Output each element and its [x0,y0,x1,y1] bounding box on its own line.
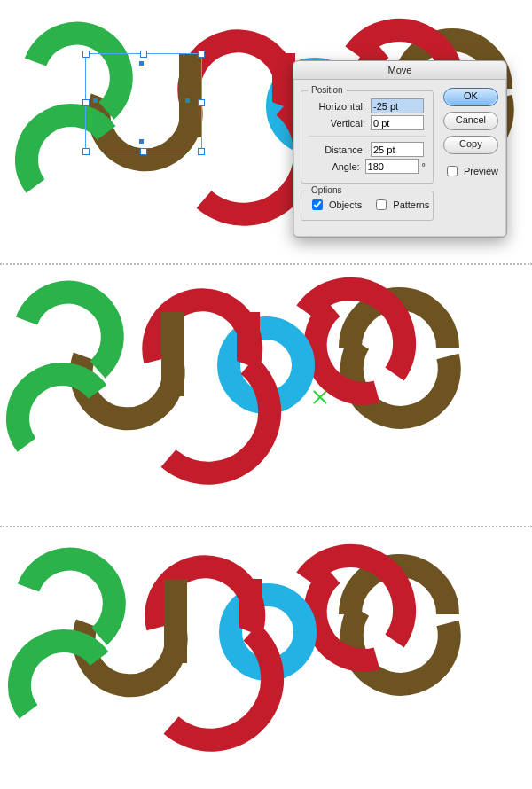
preview-label: Preview [464,166,498,176]
patterns-checkbox[interactable] [376,199,387,210]
move-dialog: Move Position Horizontal: Vertical: Dist… [293,60,507,238]
selection-bounds[interactable] [85,53,202,152]
vertical-input[interactable] [371,115,424,130]
distance-label: Distance: [309,145,365,155]
options-legend: Options [308,185,345,195]
position-legend: Position [308,85,347,95]
angle-unit: ° [422,161,426,172]
angle-label: Angle: [309,161,360,172]
objects-label: Objects [329,199,362,210]
panel-divider [0,526,532,527]
ok-button[interactable]: OK [443,88,498,106]
dialog-title: Move [293,61,506,80]
horizontal-label: Horizontal: [309,101,365,112]
vertical-label: Vertical: [309,118,365,129]
distance-input[interactable] [371,142,424,157]
cursor-crosshair-icon [312,389,328,405]
objects-checkbox[interactable] [312,199,323,210]
cancel-button[interactable]: Cancel [443,112,498,130]
angle-input[interactable] [365,159,419,174]
preview-checkbox[interactable] [447,166,458,176]
horizontal-input[interactable] [371,98,424,113]
panel-divider [0,263,532,265]
copy-button[interactable]: Copy [443,136,498,154]
patterns-label: Patterns [393,199,429,210]
position-group: Position Horizontal: Vertical: Distance:… [301,90,434,184]
options-group: Options Objects Patterns [301,191,434,221]
